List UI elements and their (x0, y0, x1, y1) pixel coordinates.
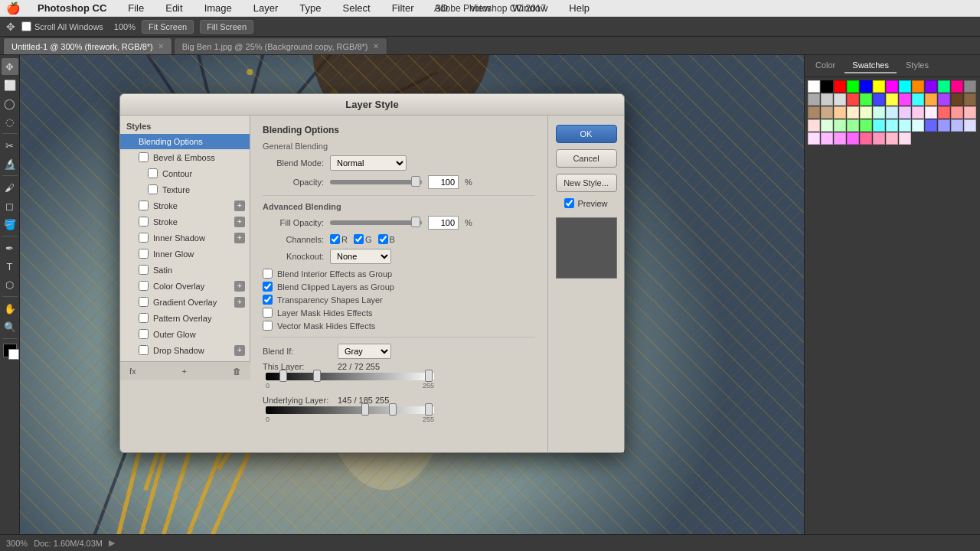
swatch[interactable] (938, 80, 950, 93)
color-overlay-add-btn[interactable]: + (234, 281, 245, 292)
swatch[interactable] (899, 93, 911, 106)
swatch[interactable] (808, 106, 820, 119)
swatch[interactable] (951, 93, 963, 106)
menu-view[interactable]: View (465, 1, 495, 15)
tab-bigben-close[interactable]: ✕ (373, 42, 379, 51)
underlying-handle-right[interactable] (425, 403, 433, 416)
new-style-button[interactable]: New Style... (556, 174, 617, 192)
ok-button[interactable]: OK (556, 125, 617, 143)
menu-select[interactable]: Select (338, 1, 374, 15)
foreground-color[interactable] (3, 344, 17, 357)
swatch[interactable] (912, 119, 924, 132)
scroll-all-windows-checkbox[interactable] (21, 21, 31, 31)
inner-shadow-add-btn[interactable]: + (234, 233, 245, 243)
this-layer-handle-right[interactable] (425, 370, 433, 382)
swatch[interactable] (821, 119, 833, 132)
swatch[interactable] (821, 80, 833, 93)
menu-edit[interactable]: Edit (161, 1, 187, 15)
swatch[interactable] (808, 119, 820, 132)
style-item-texture[interactable]: Texture (120, 181, 250, 197)
drop-shadow-checkbox[interactable] (139, 345, 149, 355)
swatch[interactable] (834, 80, 846, 93)
swatch[interactable] (847, 106, 859, 119)
apple-menu[interactable]: 🍎 (6, 2, 21, 15)
swatch[interactable] (925, 93, 937, 106)
swatch[interactable] (964, 80, 976, 93)
swatch[interactable] (964, 119, 976, 132)
swatch[interactable] (834, 119, 846, 132)
swatch[interactable] (808, 93, 820, 106)
style-item-pattern-overlay[interactable]: Pattern Overlay (120, 310, 250, 326)
opacity-slider-track[interactable] (330, 180, 422, 184)
style-item-inner-glow[interactable]: Inner Glow (120, 246, 250, 262)
menu-filter[interactable]: Filter (387, 1, 419, 15)
swatch[interactable] (925, 80, 937, 93)
gradient-overlay-checkbox[interactable] (139, 297, 149, 307)
swatch[interactable] (834, 93, 846, 106)
swatch[interactable] (886, 106, 898, 119)
tab-firework[interactable]: Untitled-1 @ 300% (firework, RGB/8*) ✕ (3, 37, 172, 54)
blend-clipped-checkbox[interactable] (263, 282, 273, 292)
swatch[interactable] (847, 132, 859, 145)
swatch[interactable] (886, 80, 898, 93)
swatch[interactable] (951, 80, 963, 93)
knockout-select[interactable]: None Shallow Deep (330, 249, 391, 264)
channel-g-label[interactable]: G (354, 234, 372, 244)
swatch[interactable] (873, 119, 885, 132)
swatch[interactable] (951, 106, 963, 119)
swatch[interactable] (821, 106, 833, 119)
style-item-outer-glow[interactable]: Outer Glow (120, 326, 250, 342)
lasso-tool[interactable]: ◯ (2, 95, 18, 112)
paint-bucket-tool[interactable]: 🪣 (2, 216, 18, 233)
swatch[interactable] (847, 93, 859, 106)
hand-tool[interactable]: ✋ (2, 300, 18, 317)
swatch[interactable] (821, 132, 833, 145)
swatch[interactable] (886, 132, 898, 145)
blend-interior-checkbox[interactable] (263, 269, 273, 279)
fill-opacity-slider[interactable] (330, 220, 422, 225)
fill-screen-button[interactable]: Fill Screen (200, 20, 253, 34)
tab-bigben[interactable]: Big Ben 1.jpg @ 25% (Background copy, RG… (174, 37, 387, 54)
swatch[interactable] (873, 93, 885, 106)
swatch[interactable] (808, 132, 820, 145)
style-item-drop-shadow[interactable]: Drop Shadow + (120, 342, 250, 358)
underlying-handle-left2[interactable] (389, 403, 397, 416)
menu-image[interactable]: Image (200, 1, 237, 15)
swatch[interactable] (886, 93, 898, 106)
fx-button[interactable]: fx (126, 365, 139, 377)
menu-3d[interactable]: 3D (431, 1, 453, 15)
eraser-tool[interactable]: ◻ (2, 197, 18, 214)
tab-styles[interactable]: Styles (898, 58, 936, 73)
swatch[interactable] (847, 80, 859, 93)
tab-swatches[interactable]: Swatches (844, 58, 897, 73)
menu-file[interactable]: File (123, 1, 149, 15)
swatch[interactable] (873, 80, 885, 93)
this-layer-handle-left2[interactable] (313, 370, 321, 382)
blend-if-select[interactable]: Gray Red Green Blue (338, 344, 391, 359)
swatch[interactable] (899, 132, 911, 145)
swatch[interactable] (899, 80, 911, 93)
swatch[interactable] (834, 132, 846, 145)
style-item-color-overlay[interactable]: Color Overlay + (120, 278, 250, 294)
cancel-button[interactable]: Cancel (556, 149, 617, 168)
color-overlay-checkbox[interactable] (139, 281, 149, 291)
inner-glow-checkbox[interactable] (139, 249, 149, 259)
swatch[interactable] (886, 119, 898, 132)
swatch[interactable] (860, 119, 872, 132)
fill-opacity-input[interactable] (428, 216, 459, 230)
channel-b-label[interactable]: B (378, 234, 395, 244)
style-item-blending-options[interactable]: Blending Options (120, 134, 250, 149)
swatch[interactable] (860, 132, 872, 145)
style-item-contour[interactable]: Contour (120, 165, 250, 181)
swatch[interactable] (834, 106, 846, 119)
swatch[interactable] (938, 119, 950, 132)
fill-opacity-thumb[interactable] (411, 217, 420, 227)
swatch[interactable] (899, 106, 911, 119)
swatch[interactable] (847, 119, 859, 132)
swatch[interactable] (938, 93, 950, 106)
swatch[interactable] (951, 119, 963, 132)
stroke1-add-btn[interactable]: + (234, 201, 245, 211)
style-item-bevel-emboss[interactable]: Bevel & Emboss (120, 149, 250, 165)
channel-b-checkbox[interactable] (378, 234, 388, 244)
preview-checkbox[interactable] (564, 198, 574, 208)
